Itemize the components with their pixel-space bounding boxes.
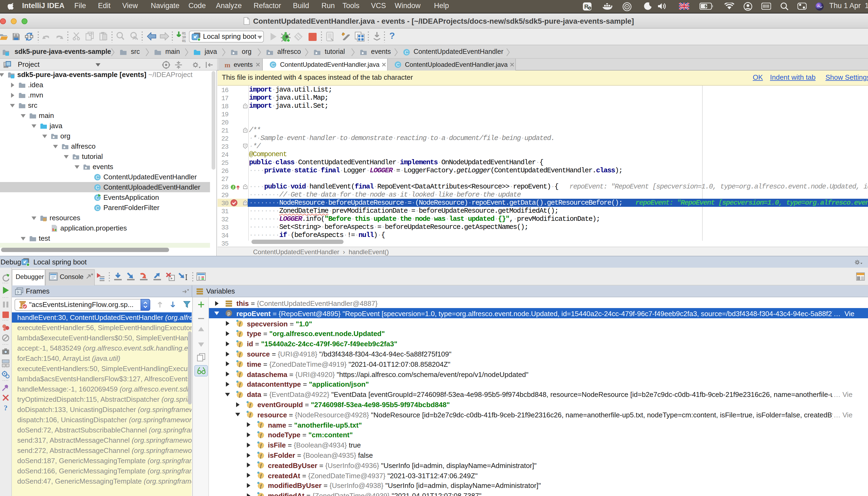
svg-text:C: C — [96, 205, 99, 211]
svg-text:01: 01 — [182, 39, 186, 42]
svg-text:m: m — [224, 61, 231, 68]
svg-text:C: C — [96, 174, 99, 180]
svg-text:I: I — [232, 185, 234, 189]
svg-text:x: x — [589, 6, 590, 10]
svg-text:01: 01 — [182, 31, 186, 35]
svg-text:C: C — [96, 184, 99, 190]
svg-text:?: ? — [4, 404, 7, 412]
svg-text:C: C — [405, 49, 408, 55]
svg-text:C: C — [271, 62, 275, 67]
svg-text:10: 10 — [182, 35, 186, 39]
svg-text:R: R — [584, 3, 588, 10]
svg-text:A: A — [132, 35, 136, 41]
svg-text:p: p — [227, 311, 231, 316]
svg-text:C: C — [396, 62, 400, 67]
